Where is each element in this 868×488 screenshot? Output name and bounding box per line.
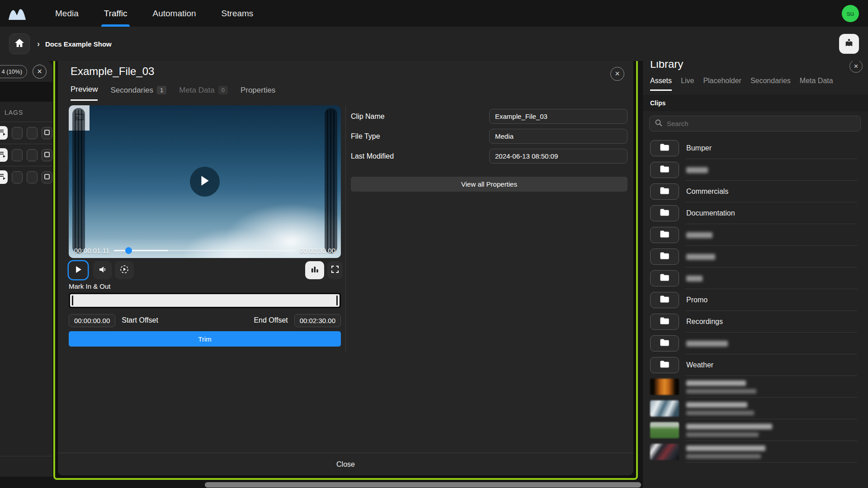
- tab-assets[interactable]: Assets: [650, 77, 672, 91]
- folder-row[interactable]: Weather: [643, 354, 868, 376]
- folder-row[interactable]: [643, 246, 868, 267]
- start-offset-value[interactable]: 00:00:00.00: [69, 314, 115, 327]
- redacted-folder-name: [686, 341, 728, 347]
- redacted-clip-subtitle: [686, 389, 756, 394]
- folder-row[interactable]: [643, 224, 868, 246]
- audio-meter-left: [72, 108, 85, 253]
- nav-item-media[interactable]: Media: [42, 0, 91, 27]
- trim-handle-end[interactable]: [336, 296, 338, 305]
- progress-thumb[interactable]: [125, 247, 132, 254]
- folder-icon-button[interactable]: [650, 270, 679, 286]
- clips-label: Clips: [650, 99, 665, 107]
- folder-icon-button[interactable]: [650, 335, 679, 352]
- close-button[interactable]: Close: [58, 453, 633, 475]
- folder-row[interactable]: [643, 333, 868, 354]
- user-avatar[interactable]: su: [842, 5, 859, 22]
- nav-item-traffic[interactable]: Traffic: [91, 0, 140, 27]
- trim-range[interactable]: [69, 293, 341, 308]
- horizontal-scrollbar[interactable]: [205, 482, 641, 488]
- clip-thumbnail[interactable]: [650, 379, 679, 395]
- clip-row[interactable]: [643, 441, 868, 463]
- view-all-properties-button[interactable]: View all Properties: [351, 177, 627, 192]
- search-input[interactable]: [667, 120, 860, 127]
- loop-icon-button[interactable]: [27, 149, 38, 161]
- stop-icon-button[interactable]: [42, 127, 52, 139]
- clip-thumbnail[interactable]: [650, 444, 679, 460]
- folder-icon-button[interactable]: [650, 292, 679, 308]
- folder-icon-button[interactable]: [650, 183, 679, 200]
- close-icon[interactable]: ×: [33, 65, 47, 79]
- tab-live[interactable]: Live: [681, 77, 694, 91]
- folder-icon-button[interactable]: [650, 140, 679, 156]
- folder-icon-button[interactable]: [650, 314, 679, 330]
- breadcrumb[interactable]: Docs Example Show: [45, 40, 112, 48]
- left-panel: 4 (10%) × LAGS: [0, 61, 52, 477]
- playlist-play-button[interactable]: [0, 148, 8, 162]
- file-type-label: File Type: [351, 132, 380, 141]
- play-button[interactable]: [69, 261, 88, 279]
- folder-row[interactable]: Promo: [643, 289, 868, 311]
- folder-row[interactable]: Commercials: [643, 181, 868, 202]
- folder-name: Bumper: [686, 144, 712, 152]
- clip-thumbnail[interactable]: [650, 422, 679, 438]
- folder-icon-button[interactable]: [650, 227, 679, 243]
- tab-metadata[interactable]: Meta Data: [800, 77, 833, 91]
- freeze-icon-button[interactable]: [12, 149, 23, 161]
- folder-name: Commercials: [686, 188, 728, 196]
- file-type-field[interactable]: [489, 129, 627, 144]
- folder-row[interactable]: [643, 159, 868, 181]
- folder-row[interactable]: Recordings: [643, 311, 868, 333]
- fullscreen-button[interactable]: [327, 261, 343, 279]
- tab-placeholder[interactable]: Placeholder: [703, 77, 741, 91]
- folder-icon-button[interactable]: [650, 357, 679, 373]
- stop-icon-button[interactable]: [42, 171, 52, 183]
- tab-metadata[interactable]: Meta Data 0: [179, 85, 228, 101]
- nav-item-streams[interactable]: Streams: [209, 0, 266, 27]
- home-button[interactable]: [9, 33, 30, 54]
- clip-row[interactable]: [643, 376, 868, 398]
- clip-name-field[interactable]: [489, 109, 627, 124]
- tab-secondaries[interactable]: Secondaries 1: [110, 85, 166, 101]
- folder-icon-button[interactable]: [650, 249, 679, 265]
- folder-row[interactable]: Documentation: [643, 202, 868, 224]
- flag-row: [0, 166, 52, 188]
- trim-handle-start[interactable]: [72, 296, 73, 305]
- volume-button[interactable]: [93, 261, 112, 279]
- folder-icon: [660, 208, 670, 218]
- app-logo-icon[interactable]: [7, 5, 28, 22]
- close-icon[interactable]: ×: [849, 60, 863, 73]
- tab-secondaries[interactable]: Secondaries: [750, 77, 791, 91]
- loop-icon-button[interactable]: [27, 127, 38, 139]
- folder-row[interactable]: Bumper: [643, 137, 868, 159]
- playlist-play-button[interactable]: [0, 170, 8, 184]
- play-overlay-button[interactable]: [190, 167, 220, 197]
- close-icon[interactable]: ×: [610, 67, 624, 81]
- audio-levels-button[interactable]: [305, 261, 324, 279]
- clip-row[interactable]: [643, 398, 868, 419]
- seek-bar[interactable]: [114, 250, 295, 251]
- stop-icon-button[interactable]: [42, 149, 52, 161]
- flag-row: [0, 122, 52, 144]
- folder-name: Recordings: [686, 318, 723, 326]
- loop-icon-button[interactable]: [27, 171, 38, 183]
- tab-preview[interactable]: Preview: [71, 85, 98, 101]
- folder-icon-button[interactable]: [650, 162, 679, 178]
- library-toggle-button[interactable]: [839, 34, 859, 54]
- freeze-icon-button[interactable]: [12, 127, 23, 139]
- folder-icon-button[interactable]: [650, 205, 679, 221]
- trim-button[interactable]: Trim: [69, 331, 341, 347]
- last-modified-field[interactable]: [489, 149, 627, 164]
- end-offset-label: End Offset: [254, 316, 288, 324]
- last-modified-label: Last Modified: [351, 152, 394, 160]
- video-player[interactable]: 00:00:01.11 00:02:30.00: [69, 105, 341, 258]
- playlist-play-button[interactable]: [0, 126, 8, 140]
- clip-row[interactable]: [643, 419, 868, 441]
- end-offset-value[interactable]: 00:02:30.00: [294, 314, 341, 327]
- loop-playback-button[interactable]: [115, 261, 134, 279]
- clip-thumbnail[interactable]: [650, 400, 679, 417]
- last-modified-row: Last Modified: [351, 149, 627, 164]
- freeze-icon-button[interactable]: [12, 171, 23, 183]
- tab-properties[interactable]: Properties: [241, 85, 275, 101]
- nav-item-automation[interactable]: Automation: [140, 0, 208, 27]
- folder-row[interactable]: [643, 267, 868, 289]
